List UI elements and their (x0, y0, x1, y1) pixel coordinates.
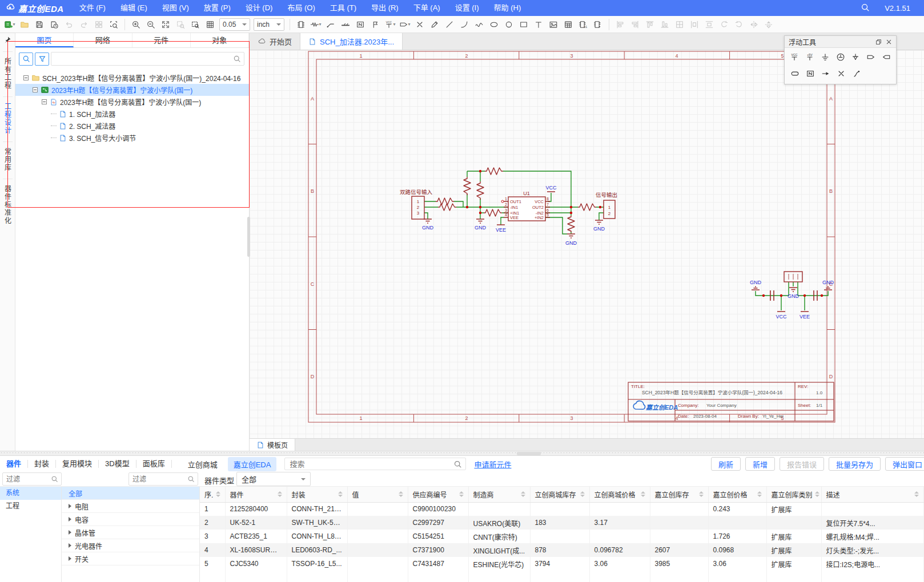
category-item-5[interactable]: 开关 (62, 552, 199, 565)
table-row[interactable]: 12125280400CONN-TH_212...C99001002300.24… (200, 502, 924, 516)
zoom-out-icon[interactable] (143, 17, 158, 32)
place-vcc-icon[interactable]: VCC▾ (383, 17, 397, 32)
column-header-4[interactable]: 供应商编号 (408, 487, 468, 502)
tree-item-5[interactable]: 3. SCH_信号大小调节 (15, 132, 249, 144)
gnd-icon[interactable] (817, 50, 833, 64)
open-folder-icon[interactable] (17, 17, 32, 32)
wires[interactable] (424, 171, 828, 310)
tree-item-3[interactable]: 1. SCH_加法器 (15, 108, 249, 120)
panel-tab-3[interactable]: 对象 (191, 33, 249, 47)
toolbar-select-grid_size[interactable]: 0.05 (219, 18, 250, 31)
place-resistor-icon[interactable]: ▾ (308, 17, 323, 32)
library-button-1[interactable]: 新增 (745, 457, 775, 471)
library-search-input[interactable] (285, 460, 453, 468)
zoom-region-icon[interactable] (188, 17, 203, 32)
draw-rect-icon[interactable] (516, 17, 531, 32)
left-rail-tab-2[interactable]: 常用库 (3, 142, 13, 177)
left-rail-tab-1[interactable]: 工程设计 (3, 96, 13, 140)
library-tab-0[interactable]: 器件 (0, 460, 28, 468)
place-text-icon[interactable] (531, 17, 546, 32)
menu-item-2[interactable]: 视图 (V) (155, 0, 196, 16)
tree-item-1[interactable]: 2023年H题【信号分离装置】宁波小学队(国一) (15, 84, 249, 96)
frame-select-icon[interactable] (106, 17, 121, 32)
tree-item-2[interactable]: 2023年H题【信号分离装置】宁波小学队(国一) (15, 96, 249, 108)
draw-pen-icon[interactable] (427, 17, 442, 32)
document-tab-1[interactable]: SCH_加法器.2023年... (300, 33, 403, 50)
place-component-icon[interactable] (294, 17, 308, 32)
opamp-u1[interactable]: U1 OUT1 -IN1 +IN1 VEE VCC OUT2 -IN2 +IN2… (501, 191, 550, 221)
menu-item-1[interactable]: 编辑 (E) (113, 0, 155, 16)
net-label-icon[interactable] (802, 66, 818, 81)
library-button-3[interactable]: 批量另存为 (829, 457, 881, 471)
canvas-bottom-tab-0[interactable]: 模板页 (250, 439, 295, 451)
expand-toggle-icon[interactable] (42, 99, 47, 104)
menu-item-8[interactable]: 下单 (A) (406, 0, 448, 16)
library-source-tab-1[interactable]: 嘉立创EDA (228, 457, 277, 471)
column-header-8[interactable]: 嘉立创库存 (650, 487, 708, 502)
menu-item-10[interactable]: 帮助 (H) (487, 0, 529, 16)
panel-tab-0[interactable]: 图页 (15, 33, 74, 47)
menu-item-5[interactable]: 布局 (O) (280, 0, 322, 16)
library-scope-1[interactable]: 工程 (0, 500, 61, 513)
category-item-1[interactable]: 电阻 (62, 500, 199, 513)
column-header-10[interactable]: 嘉立创库类别 (766, 487, 821, 502)
menu-item-0[interactable]: 文件 (F) (72, 0, 113, 16)
zoom-fit-icon[interactable] (158, 17, 173, 32)
probe-icon[interactable] (849, 66, 864, 81)
draw-arc-icon[interactable] (457, 17, 472, 32)
column-header-5[interactable]: 制造商 (468, 487, 530, 502)
panel-tab-2[interactable]: 元件 (132, 33, 191, 47)
table-row[interactable]: 5CJC5340TSSOP-16_L5...C7431487ESHINE(光华芯… (200, 557, 924, 571)
column-header-11[interactable]: 描述 (821, 487, 924, 502)
menu-item-3[interactable]: 放置 (P) (196, 0, 238, 16)
floating-tools-titlebar[interactable]: 浮动工具 (785, 36, 896, 48)
no-connect-icon[interactable] (833, 66, 849, 81)
filter-mode-button[interactable] (35, 52, 49, 66)
library-scope-0[interactable]: 系统 (0, 487, 61, 500)
place-net-label-icon[interactable] (353, 17, 368, 32)
splitter-handle[interactable] (517, 452, 541, 455)
place-wire-icon[interactable] (323, 17, 338, 32)
save-as-icon[interactable] (47, 17, 62, 32)
draw-circle-icon[interactable] (501, 17, 516, 32)
library-tab-2[interactable]: 复用模块 (56, 460, 99, 468)
document-tab-0[interactable]: 开始页 (250, 33, 300, 50)
chassis-gnd-icon[interactable] (848, 50, 863, 64)
place-port-icon[interactable]: ▾ (397, 17, 412, 32)
draw-line-icon[interactable] (442, 17, 457, 32)
column-header-7[interactable]: 立创商城价格 (589, 487, 650, 502)
schematic-canvas[interactable]: 1 2 3 4 5 1 2 3 4 5 A B C D A B C D (250, 50, 924, 438)
tree-item-0[interactable]: SCH_2023年H题【信号分离装置】宁波小学队(国一)_2024-04-16 (15, 72, 249, 84)
close-icon[interactable] (886, 39, 892, 45)
place-bus-icon[interactable] (338, 17, 353, 32)
panel-splitter[interactable] (0, 451, 924, 456)
category-item-4[interactable]: 光电器件 (62, 539, 199, 552)
plus5v-flag-icon[interactable]: +5V (802, 50, 818, 64)
expand-toggle-icon[interactable] (23, 75, 29, 80)
place-table-icon[interactable] (561, 17, 576, 32)
earth-gnd-icon[interactable] (833, 50, 848, 64)
table-row[interactable]: 3ACTB235_1CONN-TH_L8.0...C5154251CNNT(康宗… (200, 530, 924, 543)
pin-icon[interactable] (3, 33, 11, 50)
library-tab-1[interactable]: 封装 (28, 460, 56, 468)
left-rail-tab-3[interactable]: 器件标准化 (3, 179, 13, 231)
request-new-part-link[interactable]: 申请新元件 (474, 459, 511, 470)
port-left-icon[interactable] (878, 50, 894, 64)
oval-port-icon[interactable] (787, 66, 802, 81)
menu-item-4[interactable]: 设计 (D) (238, 0, 280, 16)
expand-toggle-icon[interactable] (33, 87, 38, 92)
column-header-3[interactable]: 值 (347, 487, 408, 502)
symbol-manager-icon[interactable] (590, 17, 605, 32)
library-button-4[interactable]: 弹出窗口 (885, 457, 924, 471)
project-search-input[interactable] (51, 53, 233, 64)
no-connect-icon[interactable] (412, 17, 427, 32)
column-header-2[interactable]: 封装 (287, 487, 347, 502)
library-tab-3[interactable]: 3D模型 (99, 460, 136, 468)
save-icon[interactable] (32, 17, 47, 32)
system-filter-input[interactable] (3, 475, 51, 483)
grid-settings-icon[interactable] (203, 17, 218, 32)
menu-item-9[interactable]: 设置 (I) (448, 0, 487, 16)
library-source-tab-0[interactable]: 立创商城 (182, 457, 223, 471)
menu-item-7[interactable]: 导出 (R) (364, 0, 406, 16)
column-header-1[interactable]: 器件 (225, 487, 287, 502)
